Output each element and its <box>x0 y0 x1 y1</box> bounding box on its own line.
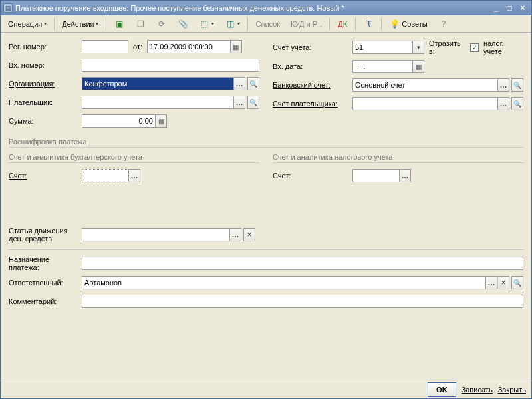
app-icon: ▤ <box>3 3 13 13</box>
reflect-label: Отразить в: <box>429 39 467 55</box>
org-input[interactable] <box>82 77 233 90</box>
titlebar: ▤ Платежное поручение входящее: Прочее п… <box>1 1 531 15</box>
schet-label-right: Счет: <box>273 172 352 180</box>
schet-right-select[interactable] <box>399 169 411 182</box>
window-title: Платежное поручение входящее: Прочее пос… <box>15 4 490 12</box>
responsible-label: Ответственный: <box>9 279 82 287</box>
toolbar-kudir[interactable]: КУД и Р... <box>286 17 327 31</box>
maximize-button[interactable]: □ <box>503 3 515 13</box>
help-icon: ? <box>438 19 449 29</box>
comment-input[interactable] <box>82 295 523 308</box>
in-date-label: Вх. дата: <box>273 63 352 70</box>
left-column: Рег. номер: от: Вх. номер: <box>9 39 259 132</box>
reg-date-input[interactable] <box>147 40 230 53</box>
comment-label: Комментарий: <box>9 297 82 305</box>
toolbar: Операция▾ Действия▾ ▣ ❐ ⟳ 📎 ⬚▾ ◫▾ Список… <box>1 15 531 33</box>
reg-date-calendar[interactable] <box>230 40 242 53</box>
basis-icon: ◫ <box>225 19 235 29</box>
save-icon: ▣ <box>114 19 124 29</box>
payer-acc-search[interactable] <box>511 97 523 110</box>
payer-search-button[interactable] <box>247 96 259 109</box>
sum-label: Сумма: <box>9 117 82 125</box>
minimize-button[interactable]: _ <box>490 3 502 13</box>
tax-analytics-header: Счет и аналитика налогового учета <box>273 153 523 161</box>
purpose-label: Назначениеплатежа: <box>9 255 82 271</box>
schet-left-input[interactable] <box>82 169 128 182</box>
toolbar-help[interactable]: ? <box>434 17 454 31</box>
responsible-search[interactable] <box>511 276 523 289</box>
breakdown-header: Расшифровка платежа <box>9 138 523 146</box>
close-window-button[interactable]: × <box>517 3 529 13</box>
bulb-icon: 💡 <box>389 19 400 29</box>
clip-icon: 📎 <box>178 19 188 29</box>
reg-no-label: Рег. номер: <box>9 43 82 51</box>
toolbar-btn-dk[interactable]: ДК <box>332 17 352 31</box>
close-button[interactable]: Закрыть <box>498 386 526 394</box>
payer-acc-label: Счет плательщика: <box>273 100 352 108</box>
sum-input[interactable] <box>82 114 155 128</box>
acc-analytics-header: Счет и аналитика бухгалтерского учета <box>9 153 259 161</box>
responsible-select[interactable] <box>485 276 497 289</box>
org-label: Организация: <box>9 80 82 88</box>
account-input[interactable] <box>352 41 412 54</box>
bank-account-select[interactable] <box>497 78 509 92</box>
org-select-button[interactable] <box>233 77 245 90</box>
account-dropdown[interactable] <box>412 41 424 54</box>
toolbar-btn-basis[interactable]: ◫▾ <box>220 17 245 31</box>
responsible-clear[interactable] <box>497 276 509 289</box>
in-date-calendar[interactable] <box>412 60 424 73</box>
bank-account-search[interactable] <box>511 78 523 92</box>
toolbar-btn-copy[interactable]: ❐ <box>130 17 150 31</box>
movement-select[interactable] <box>229 228 241 241</box>
dk-icon: ДК <box>337 19 348 29</box>
save-button[interactable]: Записать <box>462 386 493 394</box>
toolbar-btn-structure[interactable]: ⬚▾ <box>194 17 219 31</box>
toolbar-btn-clip[interactable]: 📎 <box>173 17 193 31</box>
bank-account-input[interactable] <box>352 78 497 92</box>
org-search-button[interactable] <box>247 77 259 90</box>
from-label: от: <box>133 43 142 51</box>
movement-clear[interactable] <box>243 228 255 241</box>
reg-no-input[interactable] <box>82 40 128 53</box>
schet-left-select[interactable] <box>128 169 140 182</box>
toolbar-tips[interactable]: 💡 Советы <box>384 17 432 31</box>
copy-icon: ❐ <box>135 19 146 29</box>
structure-icon: ⬚ <box>199 19 209 29</box>
account-label: Счет учета: <box>273 43 352 51</box>
movement-input[interactable] <box>82 228 229 241</box>
schet-right-input[interactable] <box>352 169 399 182</box>
toolbar-list[interactable]: Список <box>251 17 285 31</box>
ok-button[interactable]: OK <box>428 382 456 397</box>
payer-acc-select[interactable] <box>497 97 509 110</box>
bank-account-label: Банковский счет: <box>273 81 352 89</box>
responsible-input[interactable] <box>82 276 485 289</box>
payer-acc-input[interactable] <box>352 97 497 110</box>
refresh-icon: ⟳ <box>156 19 167 29</box>
movement-label: Статья движенияден. средств: <box>9 227 82 243</box>
toolbar-btn-tt[interactable]: Ꚍ <box>358 17 378 31</box>
purpose-input[interactable] <box>82 257 523 270</box>
payment-order-window: ▤ Платежное поручение входящее: Прочее п… <box>0 0 532 399</box>
schet-label-left: Счет: <box>9 172 82 180</box>
tax-checkbox[interactable] <box>470 43 479 52</box>
form-area: Рег. номер: от: Вх. номер: <box>1 33 531 380</box>
payer-select-button[interactable] <box>233 96 245 109</box>
in-no-input[interactable] <box>82 59 259 72</box>
sum-calc-button[interactable] <box>155 114 167 128</box>
actions-menu[interactable]: Действия▾ <box>57 17 103 31</box>
toolbar-btn-refresh[interactable]: ⟳ <box>152 17 172 31</box>
in-no-label: Вх. номер: <box>9 61 82 69</box>
operation-menu[interactable]: Операция▾ <box>3 17 51 31</box>
tax-label: налог. учете <box>483 39 523 55</box>
payer-input[interactable] <box>82 96 233 109</box>
toolbar-btn-save[interactable]: ▣ <box>109 17 129 31</box>
payer-label: Плательщик: <box>9 98 82 106</box>
bottom-bar: OK Записать Закрыть <box>1 380 531 398</box>
in-date-input[interactable] <box>352 60 412 73</box>
right-column: Счет учета: Отразить в: налог. учете <box>273 39 523 132</box>
tt-icon: Ꚍ <box>363 19 374 29</box>
